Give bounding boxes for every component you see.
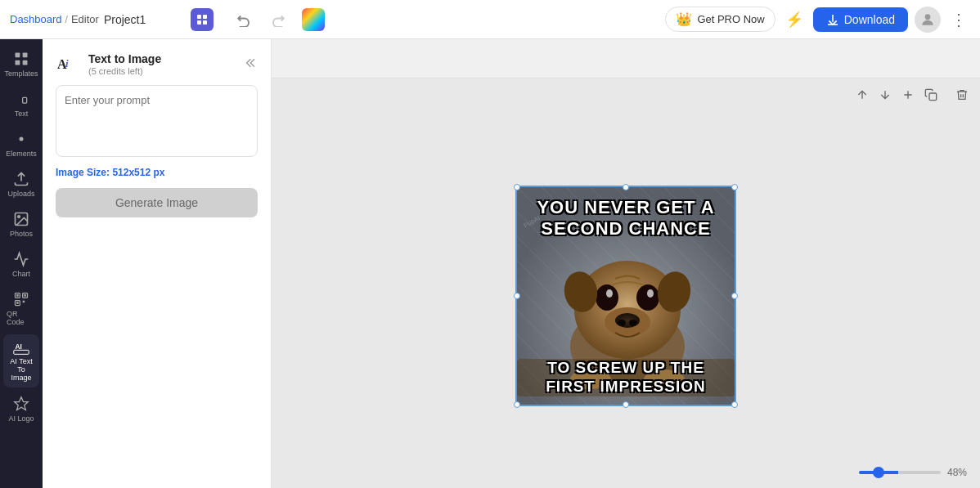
redo-icon <box>271 12 285 27</box>
sidebar-item-ai-logo[interactable]: AI Logo <box>3 391 39 428</box>
sidebar-qrcode-label: QR Code <box>7 310 36 326</box>
user-avatar-button[interactable] <box>915 7 941 33</box>
copy-icon <box>924 88 937 101</box>
resize-handle-br[interactable] <box>731 401 738 408</box>
panel-title-text-group: Text to Image (5 credits left) <box>88 52 161 76</box>
meme-image-container[interactable]: PupAI PupAI PupAI <box>515 186 736 406</box>
move-down-button[interactable] <box>875 85 895 108</box>
sidebar-item-templates[interactable]: Templates <box>3 46 39 83</box>
copy-element-button[interactable] <box>921 85 941 108</box>
panel-title-icon: A i <box>56 51 82 77</box>
resize-handle-tc[interactable] <box>623 184 629 190</box>
meme-top-text: YOU NEVER GET A SECOND CHANCE <box>517 197 735 240</box>
canvas-content[interactable]: PupAI PupAI PupAI <box>272 78 980 488</box>
redo-button[interactable] <box>266 9 290 30</box>
sidebar-templates-label: Templates <box>4 69 38 78</box>
breadcrumb-separator: / <box>65 14 68 25</box>
resize-handle-tl[interactable] <box>514 184 520 190</box>
svg-rect-3 <box>203 20 207 25</box>
color-palette[interactable] <box>302 8 325 31</box>
lightning-icon: ⚡ <box>785 11 803 28</box>
svg-text:AI: AI <box>16 342 22 351</box>
svg-point-4 <box>925 14 931 20</box>
download-icon <box>826 13 839 26</box>
resize-handle-bl[interactable] <box>514 401 520 408</box>
ai-text-image-icon: AI <box>13 339 29 356</box>
download-button[interactable]: Download <box>813 7 908 32</box>
svg-point-34 <box>636 284 659 311</box>
project-name-input[interactable] <box>104 13 186 26</box>
undo-button[interactable] <box>232 9 256 30</box>
avatar-icon <box>919 11 936 28</box>
undo-icon <box>236 12 251 27</box>
svg-point-38 <box>615 313 640 328</box>
svg-point-39 <box>618 320 626 326</box>
more-options-button[interactable]: ⋮ <box>947 7 970 33</box>
svg-point-10 <box>20 137 24 141</box>
sidebar-item-qrcode[interactable]: QR Code <box>3 286 39 331</box>
ai-logo-icon <box>13 396 29 412</box>
resize-handle-mr[interactable] <box>731 293 738 299</box>
delete-icon <box>955 88 969 101</box>
pro-btn-label: Get PRO Now <box>697 13 764 25</box>
panel-title: Text to Image <box>88 52 161 65</box>
canvas-header-bar <box>272 39 980 78</box>
svg-rect-2 <box>197 20 201 25</box>
zoom-slider[interactable] <box>859 471 941 474</box>
image-size-value: 512x512 <box>112 167 151 178</box>
project-type-icon <box>196 13 209 26</box>
topbar-left: Dashboard / Editor <box>10 8 659 31</box>
resize-handle-tr[interactable] <box>731 184 738 190</box>
generate-image-button[interactable]: Generate Image <box>56 188 258 217</box>
svg-rect-5 <box>16 53 20 58</box>
more-options-icon: ⋮ <box>951 11 967 29</box>
panel-body: Image Size: 512x512 px Generate Image <box>43 85 271 231</box>
sidebar-ai-logo-label: AI Logo <box>8 414 34 423</box>
uploads-icon <box>13 171 29 187</box>
sidebar-chart-label: Chart <box>12 270 30 278</box>
sidebar-item-chart[interactable]: Chart <box>3 246 39 283</box>
color-palette-icon[interactable] <box>302 8 325 31</box>
resize-handle-ml[interactable] <box>514 293 520 299</box>
sidebar-item-uploads[interactable]: Uploads <box>3 166 39 203</box>
sidebar-item-text[interactable]: Text <box>3 86 39 123</box>
crown-icon: 👑 <box>676 11 692 27</box>
undo-redo-group <box>225 9 290 30</box>
get-pro-button[interactable]: 👑 Get PRO Now <box>665 7 775 32</box>
svg-rect-16 <box>16 294 19 297</box>
svg-point-36 <box>647 289 654 298</box>
sidebar-item-elements[interactable]: Elements <box>3 126 39 163</box>
resize-handle-bc[interactable] <box>623 401 629 408</box>
sidebar-photos-label: Photos <box>10 230 33 238</box>
qrcode-icon <box>13 291 29 307</box>
svg-rect-17 <box>24 294 26 297</box>
breadcrumb-editor: Editor <box>71 13 99 25</box>
move-down-icon <box>879 88 892 101</box>
svg-rect-9 <box>23 97 27 103</box>
sidebar-item-photos[interactable]: Photos <box>3 206 39 243</box>
download-label: Download <box>844 13 895 26</box>
lightning-button[interactable]: ⚡ <box>782 7 807 32</box>
add-icon <box>901 88 915 101</box>
collapse-panel-button[interactable] <box>245 56 258 72</box>
svg-rect-6 <box>23 53 28 58</box>
elements-icon <box>13 131 29 147</box>
sidebar-item-ai-text-image[interactable]: AI AI Text ToImage <box>3 334 39 387</box>
delete-element-button[interactable] <box>952 85 972 108</box>
text-icon <box>13 91 29 107</box>
topbar: Dashboard / Editor <box>0 0 980 39</box>
main-layout: Templates Text Elements Uploads <box>0 39 980 488</box>
svg-rect-8 <box>23 60 28 65</box>
svg-point-12 <box>18 216 20 218</box>
sidebar-text-label: Text <box>15 110 29 118</box>
move-up-button[interactable] <box>852 85 872 108</box>
chart-icon <box>13 251 29 267</box>
add-element-button[interactable] <box>898 85 918 108</box>
prompt-textarea[interactable] <box>56 85 258 157</box>
topbar-right: 👑 Get PRO Now ⚡ Download ⋮ <box>665 7 970 33</box>
svg-point-33 <box>596 284 618 311</box>
project-icon <box>191 8 214 31</box>
image-size-label: Image Size: 512x512 px <box>56 167 258 178</box>
breadcrumb-dashboard[interactable]: Dashboard <box>10 13 62 25</box>
sidebar-ai-label: AI Text ToImage <box>7 358 36 383</box>
